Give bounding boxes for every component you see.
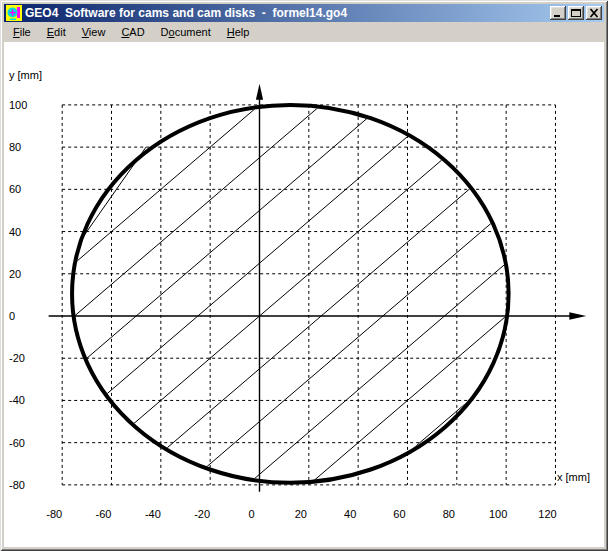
y-tick-label: 100: [9, 99, 27, 111]
y-tick-label: -20: [9, 352, 25, 364]
y-tick-label: -40: [9, 394, 25, 406]
window-controls: [550, 6, 602, 20]
minimize-icon: [552, 8, 564, 18]
menu-bar: FileEditViewCADDocumentHelp: [4, 22, 604, 42]
menu-item-cad[interactable]: CAD: [113, 23, 152, 42]
x-tick-label: 40: [344, 508, 356, 520]
cam-outline: [72, 105, 509, 483]
menu-item-view[interactable]: View: [74, 23, 114, 42]
maximize-button[interactable]: [568, 6, 584, 20]
x-tick-label: -40: [145, 508, 161, 520]
menu-item-file[interactable]: File: [5, 23, 39, 42]
x-tick-label: -80: [46, 508, 62, 520]
minimize-button[interactable]: [550, 6, 566, 20]
y-tick-label: -60: [9, 437, 25, 449]
close-icon: [588, 8, 600, 18]
menu-item-document[interactable]: Document: [153, 23, 219, 42]
maximize-icon: [570, 8, 582, 18]
y-tick-label: 40: [9, 226, 21, 238]
x-tick-label: 60: [393, 508, 405, 520]
plot-canvas[interactable]: 100806040200-20-40-60-80-80-60-40-200204…: [4, 42, 604, 547]
menu-item-edit[interactable]: Edit: [39, 23, 74, 42]
x-tick-label: 80: [443, 508, 455, 520]
client-area: 100806040200-20-40-60-80-80-60-40-200204…: [4, 42, 604, 547]
title-bar[interactable]: GEO4 Software for cams and cam disks - f…: [4, 4, 604, 22]
x-tick-label: 0: [248, 508, 254, 520]
x-axis-title: x [mm]: [557, 471, 590, 483]
cam-flank-chord: [79, 147, 146, 242]
y-axis-arrow-icon: [256, 84, 263, 100]
y-tick-label: 0: [9, 310, 15, 322]
hatch-lines: [13, 42, 556, 547]
x-tick-label: 100: [489, 508, 507, 520]
x-axis-arrow-icon: [569, 312, 586, 320]
app-icon: [6, 5, 22, 21]
menu-item-help[interactable]: Help: [219, 23, 258, 42]
x-tick-label: -20: [194, 508, 210, 520]
close-button[interactable]: [586, 6, 602, 20]
x-tick-label: -60: [96, 508, 112, 520]
x-tick-label: 120: [538, 508, 556, 520]
y-tick-label: -80: [9, 479, 25, 491]
y-axis-title: y [mm]: [9, 69, 42, 81]
plot-labels: 100806040200-20-40-60-80-80-60-40-200204…: [9, 69, 590, 520]
x-tick-label: 20: [295, 508, 307, 520]
y-tick-label: 60: [9, 183, 21, 195]
y-tick-label: 80: [9, 141, 21, 153]
window-title: GEO4 Software for cams and cam disks - f…: [25, 6, 547, 20]
app-window: GEO4 Software for cams and cam disks - f…: [0, 0, 608, 551]
y-tick-label: 20: [9, 268, 21, 280]
